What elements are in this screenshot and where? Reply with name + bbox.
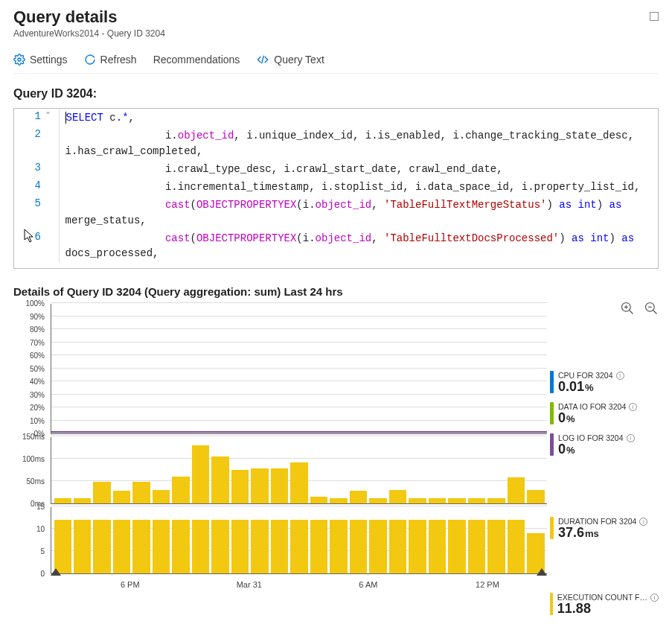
chart-bar[interactable] <box>468 520 485 573</box>
chart-bar[interactable] <box>310 520 327 573</box>
query-text-label: Query Text <box>274 54 324 66</box>
legend-color-bar <box>550 433 554 456</box>
chart-bar[interactable] <box>330 498 347 503</box>
chart-bar[interactable] <box>93 520 110 573</box>
chart-bar[interactable] <box>271 520 288 573</box>
chart-bar[interactable] <box>290 462 307 503</box>
chart-bar[interactable] <box>409 520 426 573</box>
chart-bar[interactable] <box>231 520 249 573</box>
chart-bar[interactable] <box>74 498 91 503</box>
chart-bar[interactable] <box>132 482 150 503</box>
chart-bar[interactable] <box>290 520 307 573</box>
chart-bar[interactable] <box>54 520 71 573</box>
code-text[interactable]: SELECT c.*, <box>59 109 658 127</box>
chart-bar[interactable] <box>113 491 130 503</box>
chart-bar[interactable] <box>508 520 525 573</box>
line-number: 4 <box>14 178 45 196</box>
chart-bar[interactable] <box>211 520 228 573</box>
y-tick-label: 10% <box>30 417 45 425</box>
y-tick-label: 90% <box>30 313 45 321</box>
chart-bar[interactable] <box>350 491 367 503</box>
chart-bar[interactable] <box>251 468 268 503</box>
info-icon[interactable]: i <box>627 434 635 442</box>
chart-bar[interactable] <box>192 520 209 573</box>
chart-bar[interactable] <box>429 498 446 503</box>
info-icon[interactable]: i <box>639 518 647 526</box>
chart-bar[interactable] <box>369 520 386 573</box>
chart-bar[interactable] <box>310 497 327 503</box>
chart-bar[interactable] <box>448 520 465 573</box>
legend-item-duration[interactable]: DURATION FOR 3204i37.6ms <box>550 517 659 539</box>
zoom-in-icon[interactable] <box>620 301 635 316</box>
sql-editor[interactable]: 1˅SELECT c.*,2 i.object_id, i.unique_ind… <box>13 108 659 269</box>
chart-bar[interactable] <box>153 520 170 573</box>
chart-bar[interactable] <box>93 482 110 503</box>
chart-bar[interactable] <box>231 470 249 503</box>
code-text[interactable]: i.crawl_type_desc, i.crawl_start_date, c… <box>59 160 658 178</box>
page-subtitle: AdventureWorks2014 - Query ID 3204 <box>13 28 165 39</box>
chart-bar[interactable] <box>211 456 228 503</box>
chart-bar[interactable] <box>54 498 71 503</box>
chart-panel[interactable]: 051015 <box>51 507 547 574</box>
code-text[interactable]: i.incremental_timestamp, i.stoplist_id, … <box>59 178 658 196</box>
chart-bar[interactable] <box>153 490 170 503</box>
chart-bar[interactable] <box>389 520 406 573</box>
chart-bar[interactable] <box>132 520 150 573</box>
code-text[interactable]: cast(OBJECTPROPERTYEX(i.object_id, 'Tabl… <box>59 229 658 263</box>
chart-bar[interactable] <box>448 498 465 503</box>
chart-bar[interactable] <box>251 520 268 573</box>
chart-bar[interactable] <box>527 533 544 573</box>
chart-bar[interactable] <box>369 498 386 503</box>
range-end-handle[interactable] <box>537 568 547 576</box>
chart-bar[interactable] <box>389 490 406 503</box>
code-line[interactable]: 2 i.object_id, i.unique_index_id, i.is_e… <box>14 127 658 160</box>
chart-bar[interactable] <box>172 477 189 503</box>
legend-unit: % <box>566 445 575 456</box>
chart-bar[interactable] <box>409 498 426 503</box>
chart-bar[interactable] <box>508 477 525 503</box>
code-text[interactable]: i.object_id, i.unique_index_id, i.is_ena… <box>59 127 658 160</box>
fold-gutter[interactable]: ˅ <box>45 109 59 127</box>
chart-bar[interactable] <box>113 520 130 573</box>
chart-bar[interactable] <box>468 498 485 503</box>
info-icon[interactable]: i <box>629 403 637 411</box>
code-line[interactable]: 1˅SELECT c.*, <box>14 109 658 127</box>
recommendations-button[interactable]: Recommendations <box>153 54 240 66</box>
code-line[interactable]: 5 cast(OBJECTPROPERTYEX(i.object_id, 'Ta… <box>14 196 658 229</box>
maximize-icon[interactable] <box>650 12 659 21</box>
chart-bar[interactable] <box>330 520 347 573</box>
code-line[interactable]: 3 i.crawl_type_desc, i.crawl_start_date,… <box>14 160 658 178</box>
chart-panel[interactable]: 0ms50ms100ms150ms <box>51 437 547 504</box>
code-line[interactable]: 6 cast(OBJECTPROPERTYEX(i.object_id, 'Ta… <box>14 229 658 263</box>
legend-unit: ms <box>585 528 599 539</box>
chart-bar[interactable] <box>350 520 367 573</box>
chart-bar[interactable] <box>74 520 91 573</box>
settings-button[interactable]: Settings <box>13 54 68 66</box>
gear-icon <box>13 54 25 66</box>
info-icon[interactable]: i <box>650 594 659 602</box>
y-tick-label: 0 <box>40 570 45 578</box>
code-text[interactable]: cast(OBJECTPROPERTYEX(i.object_id, 'Tabl… <box>59 196 658 229</box>
chart-bar[interactable] <box>429 520 446 573</box>
refresh-button[interactable]: Refresh <box>84 54 137 66</box>
legend-color-bar <box>550 517 554 539</box>
chart-bar[interactable] <box>172 520 189 573</box>
legend-item-dataio[interactable]: DATA IO FOR 3204i0% <box>550 402 659 424</box>
code-line[interactable]: 4 i.incremental_timestamp, i.stoplist_id… <box>14 178 658 196</box>
chart-bar[interactable] <box>527 490 544 503</box>
chart-bar[interactable] <box>271 468 288 503</box>
y-tick-label: 150ms <box>22 433 45 441</box>
query-text-button[interactable]: Query Text <box>256 54 324 66</box>
chart-bar[interactable] <box>487 520 505 573</box>
chart-bar[interactable] <box>192 445 209 503</box>
y-tick-label: 10 <box>36 525 45 533</box>
legend-item-exec[interactable]: EXECUTION COUNT F…i11.88 <box>550 593 659 615</box>
range-start-handle[interactable] <box>51 568 61 576</box>
chart-bar[interactable] <box>487 498 505 503</box>
zoom-out-icon[interactable] <box>644 301 659 316</box>
legend-item-cpu[interactable]: CPU FOR 3204i0.01% <box>550 371 659 393</box>
chart-panel[interactable]: 0%10%20%30%40%50%60%70%80%90%100% <box>51 304 547 434</box>
legend-item-logio[interactable]: LOG IO FOR 3204i0% <box>550 433 659 456</box>
info-icon[interactable]: i <box>616 372 624 380</box>
y-tick-label: 60% <box>30 351 45 360</box>
